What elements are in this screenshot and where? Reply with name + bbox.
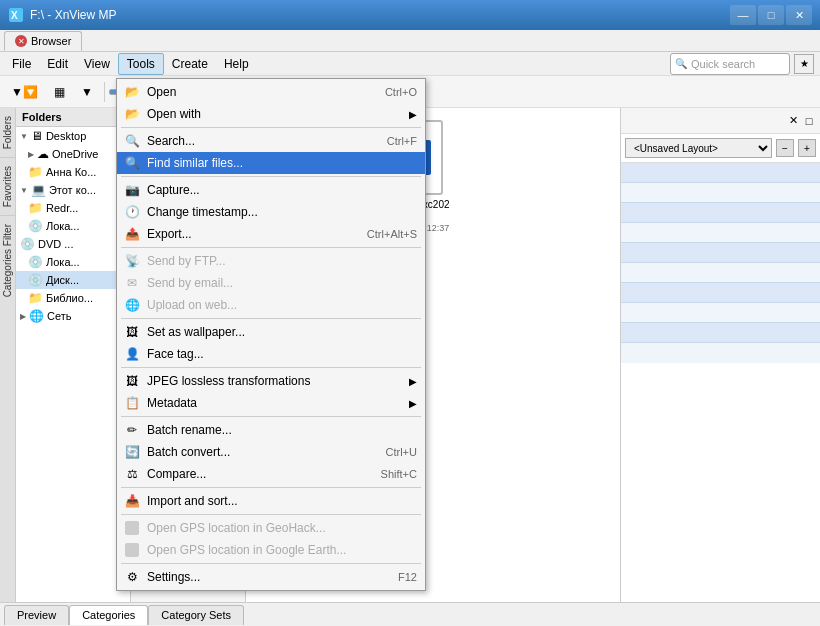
menu-help[interactable]: Help xyxy=(216,53,257,75)
menu-label-face-tag: Face tag... xyxy=(147,347,204,361)
menu-item-settings[interactable]: ⚙Settings...F12 xyxy=(117,566,425,588)
folder-label-onedrive: OneDrive xyxy=(52,148,98,160)
menu-item-batch-rename[interactable]: ✏Batch rename... xyxy=(117,419,425,441)
folder-label-biblio: Библио... xyxy=(46,292,93,304)
menu-icon-capture: 📷 xyxy=(123,181,141,199)
menu-icon-batch-rename: ✏ xyxy=(123,421,141,439)
bottom-tab-preview[interactable]: Preview xyxy=(4,605,69,625)
menu-item-import-sort[interactable]: 📥Import and sort... xyxy=(117,490,425,512)
layout-add-button[interactable]: + xyxy=(798,139,816,157)
menu-icon-import-sort: 📥 xyxy=(123,492,141,510)
bottom-tab-categories[interactable]: Categories xyxy=(69,605,148,625)
menu-icon-change-timestamp: 🕐 xyxy=(123,203,141,221)
folder-label-desktop: Desktop xyxy=(46,130,86,142)
folder-item-thispc[interactable]: ▼ 💻 Этот ко... xyxy=(16,181,130,199)
menu-label-open: Open xyxy=(147,85,176,99)
tab-close-icon[interactable]: ✕ xyxy=(15,35,27,47)
menu-item-batch-convert[interactable]: 🔄Batch convert...Ctrl+U xyxy=(117,441,425,463)
right-panel-float[interactable]: □ xyxy=(802,114,816,128)
bottom-tab-bar: Preview Categories Category Sets xyxy=(0,602,820,626)
tools-dropdown-menu: 📂OpenCtrl+O📂Open with▶🔍Search...Ctrl+F🔍F… xyxy=(116,78,426,591)
menu-separator xyxy=(121,487,421,488)
filter-button[interactable]: ▼🔽 xyxy=(4,79,45,105)
right-panel-close[interactable]: ✕ xyxy=(786,114,800,128)
layout-preview xyxy=(621,163,820,602)
menu-icon-search: 🔍 xyxy=(123,132,141,150)
menu-icon-find-similar: 🔍 xyxy=(123,154,141,172)
folder-item-redr[interactable]: 📁 Redr... xyxy=(16,199,130,217)
menu-file[interactable]: File xyxy=(4,53,39,75)
layout-combo[interactable]: <Unsaved Layout> xyxy=(625,138,772,158)
menu-item-metadata[interactable]: 📋Metadata▶ xyxy=(117,392,425,414)
folder-item-disk[interactable]: 💿 Диск... xyxy=(16,271,130,289)
menu-icon-face-tag: 👤 xyxy=(123,345,141,363)
close-button[interactable]: ✕ xyxy=(786,5,812,25)
view-dropdown-button[interactable]: ▼ xyxy=(74,79,100,105)
svg-text:X: X xyxy=(11,10,18,21)
menu-icon-upload-web: 🌐 xyxy=(123,296,141,314)
minimize-button[interactable]: — xyxy=(730,5,756,25)
menu-label-send-ftp: Send by FTP... xyxy=(147,254,226,268)
folder-label-thispc: Этот ко... xyxy=(49,184,96,196)
menu-item-upload-web: 🌐Upload on web... xyxy=(117,294,425,316)
menu-item-change-timestamp[interactable]: 🕐Change timestamp... xyxy=(117,201,425,223)
quick-search-box[interactable]: 🔍 Quick search xyxy=(670,53,790,75)
folder-item-onedrive[interactable]: ▶ ☁ OneDrive xyxy=(16,145,130,163)
menu-tools[interactable]: Tools xyxy=(118,53,164,75)
maximize-button[interactable]: □ xyxy=(758,5,784,25)
menu-label-batch-rename: Batch rename... xyxy=(147,423,232,437)
menu-item-compare[interactable]: ⚖Compare...Shift+C xyxy=(117,463,425,485)
folder-arrow-network: ▶ xyxy=(20,312,26,321)
menu-item-open[interactable]: 📂OpenCtrl+O xyxy=(117,81,425,103)
folder-item-anna[interactable]: 📁 Анна Ко... xyxy=(16,163,130,181)
menu-icon-metadata: 📋 xyxy=(123,394,141,412)
menu-separator xyxy=(121,416,421,417)
menu-icon-open-with: 📂 xyxy=(123,105,141,123)
menu-item-search[interactable]: 🔍Search...Ctrl+F xyxy=(117,130,425,152)
menu-label-wallpaper: Set as wallpaper... xyxy=(147,325,245,339)
view-toggle-button[interactable]: ▦ xyxy=(47,79,72,105)
menu-arrow-metadata: ▶ xyxy=(409,398,417,409)
menu-icon-jpeg-lossless: 🖼 xyxy=(123,372,141,390)
sidebar-tab-categories-filter[interactable]: Categories Filter xyxy=(1,216,14,305)
menu-item-jpeg-lossless[interactable]: 🖼JPEG lossless transformations▶ xyxy=(117,370,425,392)
bottom-tab-category-sets[interactable]: Category Sets xyxy=(148,605,244,625)
browser-tab[interactable]: ✕ Browser xyxy=(4,31,82,51)
menu-item-export[interactable]: 📤Export...Ctrl+Alt+S xyxy=(117,223,425,245)
layout-remove-button[interactable]: − xyxy=(776,139,794,157)
folder-item-biblio[interactable]: 📁 Библио... xyxy=(16,289,130,307)
folder-label-disk: Диск... xyxy=(46,274,79,286)
folder-item-desktop[interactable]: ▼ 🖥 Desktop xyxy=(16,127,130,145)
sidebar-tab-favorites[interactable]: Favorites xyxy=(1,158,14,215)
menu-arrow-jpeg-lossless: ▶ xyxy=(409,376,417,387)
menu-item-send-email: ✉Send by email... xyxy=(117,272,425,294)
menu-edit[interactable]: Edit xyxy=(39,53,76,75)
menu-item-find-similar[interactable]: 🔍Find similar files... xyxy=(117,152,425,174)
folder-item-dvd[interactable]: 💿 DVD ... xyxy=(16,235,130,253)
folder-label-anna: Анна Ко... xyxy=(46,166,96,178)
menu-item-face-tag[interactable]: 👤Face tag... xyxy=(117,343,425,365)
right-panel-toolbar: ✕ □ xyxy=(621,108,820,134)
menu-label-export: Export... xyxy=(147,227,192,241)
folder-label-redr: Redr... xyxy=(46,202,78,214)
window-controls: — □ ✕ xyxy=(730,5,812,25)
folder-item-loca[interactable]: 💿 Локa... xyxy=(16,217,130,235)
folder-item-network[interactable]: ▶ 🌐 Сеть xyxy=(16,307,130,325)
menu-view[interactable]: View xyxy=(76,53,118,75)
menu-label-capture: Capture... xyxy=(147,183,200,197)
menu-item-open-with[interactable]: 📂Open with▶ xyxy=(117,103,425,125)
sidebar-tab-folders[interactable]: Folders xyxy=(1,108,14,157)
browser-tab-label: Browser xyxy=(31,35,71,47)
menu-separator xyxy=(121,127,421,128)
menu-create[interactable]: Create xyxy=(164,53,216,75)
menu-item-open-gps-geohack: Open GPS location in GeoHack... xyxy=(117,517,425,539)
menu-icon-open-gps-geohack xyxy=(123,519,141,537)
folder-item-loka2[interactable]: 💿 Лока... xyxy=(16,253,130,271)
bookmark-button[interactable]: ★ xyxy=(794,54,814,74)
menu-item-capture[interactable]: 📷Capture... xyxy=(117,179,425,201)
search-icon: 🔍 xyxy=(675,58,687,69)
menu-item-wallpaper[interactable]: 🖼Set as wallpaper... xyxy=(117,321,425,343)
menu-shortcut-batch-convert: Ctrl+U xyxy=(386,446,417,458)
menu-shortcut-open: Ctrl+O xyxy=(385,86,417,98)
menu-shortcut-settings: F12 xyxy=(398,571,417,583)
